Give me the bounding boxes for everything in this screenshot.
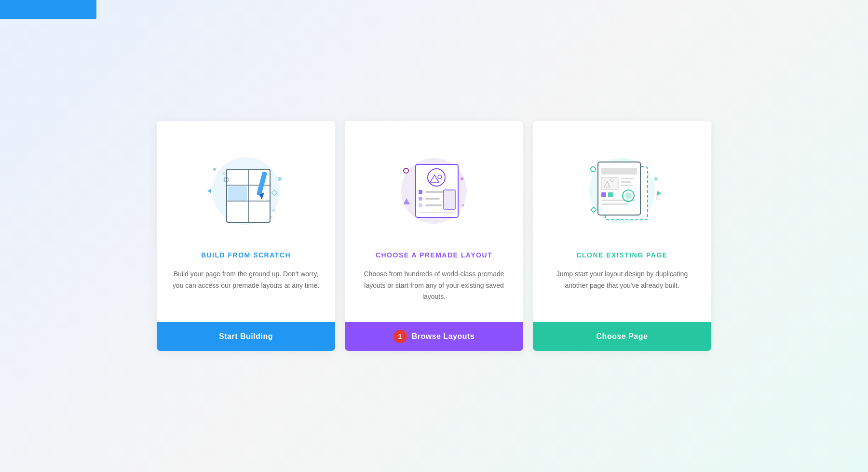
browse-layouts-label: Browse Layouts <box>412 332 475 341</box>
browse-layouts-badge: 1 <box>393 330 407 343</box>
svg-rect-26 <box>419 190 422 194</box>
svg-rect-52 <box>601 203 628 205</box>
illustration-clone-existing-page: × <box>569 140 675 237</box>
start-building-label: Start Building <box>219 332 273 341</box>
top-bar <box>0 0 96 19</box>
svg-rect-47 <box>621 181 631 183</box>
svg-point-54 <box>625 192 632 199</box>
svg-point-36 <box>654 177 658 181</box>
svg-point-17 <box>404 168 408 173</box>
cards-container: × ✦ ⚙ BUILD FROM SCRATCH Build your pa <box>152 121 716 351</box>
choose-page-label: Choose Page <box>597 332 648 341</box>
svg-point-1 <box>213 168 216 171</box>
svg-rect-48 <box>621 185 633 186</box>
svg-marker-4 <box>207 189 211 193</box>
svg-rect-46 <box>621 178 634 179</box>
svg-rect-43 <box>601 177 618 189</box>
card-build-from-scratch: × ✦ ⚙ BUILD FROM SCRATCH Build your pa <box>157 121 335 351</box>
svg-rect-51 <box>601 200 634 201</box>
card-title-build-from-scratch: BUILD FROM SCRATCH <box>201 251 291 259</box>
svg-rect-32 <box>444 190 455 209</box>
svg-point-18 <box>461 177 463 180</box>
svg-text:×: × <box>656 195 659 202</box>
svg-text:⚙: ⚙ <box>223 175 230 184</box>
card-title-choose-premade-layout: CHOOSE A PREMADE LAYOUT <box>376 251 492 259</box>
svg-rect-33 <box>419 212 455 213</box>
svg-point-19 <box>462 204 464 206</box>
start-building-button[interactable]: Start Building <box>157 322 335 351</box>
svg-rect-12 <box>228 187 247 200</box>
card-title-clone-existing-page: CLONE EXISTING PAGE <box>576 251 667 259</box>
svg-rect-30 <box>425 198 440 200</box>
illustration-build-from-scratch: × ✦ ⚙ <box>193 140 299 237</box>
svg-rect-49 <box>601 192 606 197</box>
svg-point-2 <box>278 177 282 181</box>
card-clone-existing-page: × <box>533 121 711 351</box>
badge-count: 1 <box>398 333 402 340</box>
svg-rect-42 <box>601 168 637 175</box>
svg-rect-28 <box>419 203 422 207</box>
svg-rect-29 <box>425 191 445 193</box>
illustration-choose-premade-layout: × <box>381 140 487 237</box>
browse-layouts-button[interactable]: 1 Browse Layouts <box>345 322 523 351</box>
card-choose-premade-layout: × CHOOSE A PR <box>345 121 523 351</box>
card-description-choose-premade-layout: Choose from hundreds of world-class prem… <box>359 269 509 322</box>
choose-page-button[interactable]: Choose Page <box>533 322 711 351</box>
card-description-build-from-scratch: Build your page from the ground up. Don'… <box>171 269 321 322</box>
svg-rect-50 <box>608 192 613 197</box>
svg-rect-27 <box>419 197 422 201</box>
svg-rect-31 <box>425 204 442 206</box>
svg-point-35 <box>591 167 596 172</box>
card-description-clone-existing-page: Jump start your layout design by duplica… <box>547 269 697 322</box>
svg-point-3 <box>272 209 275 212</box>
